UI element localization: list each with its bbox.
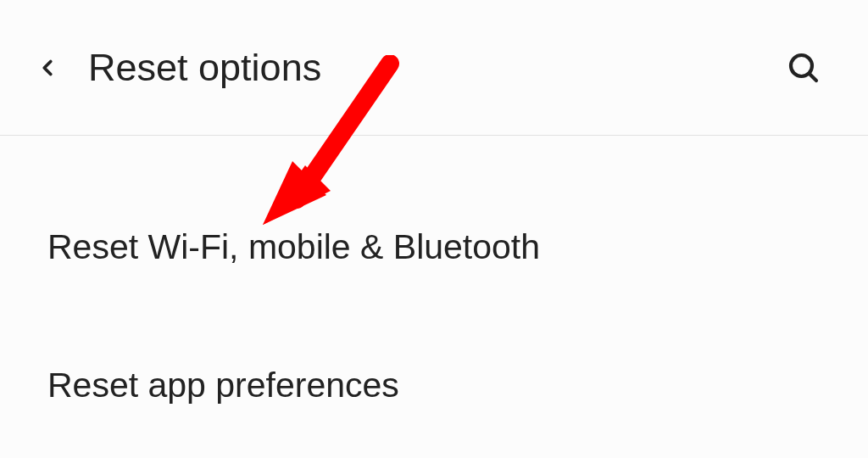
search-icon [787, 51, 821, 85]
option-reset-wifi-mobile-bluetooth[interactable]: Reset Wi-Fi, mobile & Bluetooth [0, 204, 868, 291]
option-label: Reset app preferences [47, 366, 399, 405]
back-button[interactable] [24, 44, 71, 92]
page-title: Reset options [88, 46, 780, 90]
option-label: Reset Wi-Fi, mobile & Bluetooth [47, 227, 540, 266]
option-reset-app-preferences[interactable]: Reset app preferences [0, 342, 868, 429]
search-button[interactable] [780, 44, 827, 92]
back-icon [35, 55, 60, 81]
svg-line-1 [810, 73, 816, 80]
options-list: Reset Wi-Fi, mobile & Bluetooth Reset ap… [0, 136, 868, 429]
header: Reset options [0, 0, 868, 136]
